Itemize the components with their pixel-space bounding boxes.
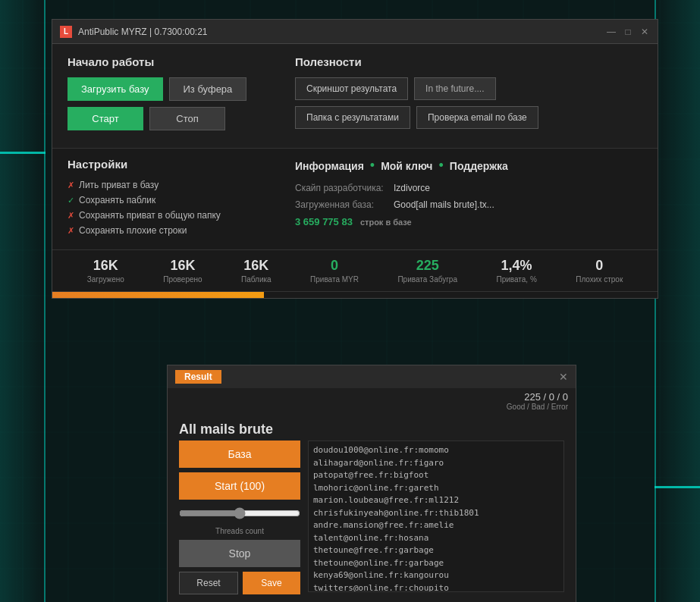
counter-label: Загружено [87,275,124,284]
counter-label: Плохих строк [576,275,623,284]
info-header: Информация • Мой ключ • Поддержка [295,158,642,174]
info-title: Информация [295,160,364,172]
log-entry: patopat@free.fr:bigfoot [313,469,559,482]
buffer-button[interactable]: Из буфера [169,77,247,101]
small-btns: Reset Save [179,572,300,594]
result-counts: 225 / 0 / 0 [168,388,576,403]
check-icon-2: ✓ [67,196,74,205]
folder-button[interactable]: Папка с результатами [295,106,410,129]
reset-button[interactable]: Reset [179,572,238,594]
minimize-button[interactable]: — [606,27,617,37]
x-icon-1: ✗ [67,180,74,190]
main-window: L AntiPublic MYRZ | 0.7300:00:21 — □ ✕ Н… [52,19,658,299]
deco-right [654,0,700,602]
log-entry: doudou1000@online.fr:momomo [313,444,559,457]
utilities-row2: Папка с результатами Проверка email по б… [295,106,642,129]
titlebar: L AntiPublic MYRZ | 0.7300:00:21 — □ ✕ [52,20,658,44]
counter-label: Проверено [163,275,202,284]
start-button[interactable]: Старт [67,107,143,130]
setting-item-2: ✓ Сохранять паблик [67,195,265,205]
utilities-title: Полезности [295,55,642,68]
info-dot-1: • [370,158,375,174]
bottom-tool-panel: Result ✕ 225 / 0 / 0 Good / Bad / Error … [167,365,576,602]
setting-label-2: Сохранять паблик [79,195,155,205]
counter-item: 1,4%Привата, % [496,258,536,284]
top-panel: Начало работы Загрузить базу Из буфера С… [52,44,658,149]
threads-label: Threads count [179,527,300,535]
log-entry: lmohoric@online.fr:gareth [313,482,559,495]
start-section-title: Начало работы [67,55,265,68]
save-button[interactable]: Save [243,572,300,594]
stats-label: строк в базе [360,218,412,227]
check-email-button[interactable]: Проверка email по базе [416,106,538,129]
log-entry: chrisfukinyeah@online.fr:thib1801 [313,507,559,520]
setting-item-4: ✗ Сохранять плохие строки [67,225,265,236]
log-entry: twitters@online.fr:choupito [313,582,559,593]
utilities-section: Полезности Скриншот результата In the fu… [295,55,642,136]
log-entry: andre.mansion@free.fr:amelie [313,519,559,532]
settings-left: Настройки ✗ Лить приват в базу ✓ Сохраня… [67,158,265,240]
stats-row: 3 659 775 83 строк в базе [295,216,642,227]
brute-title: All mails brute [168,415,576,441]
settings-section: Настройки ✗ Лить приват в базу ✓ Сохраня… [52,149,658,250]
utilities-row1: Скриншот результата In the future.... [295,77,642,100]
counter-value: 1,4% [501,258,532,274]
support-title: Поддержка [450,160,508,172]
result-close-button[interactable]: ✕ [559,371,568,383]
maximize-button[interactable]: □ [623,27,633,37]
stop-button[interactable]: Стоп [149,107,225,130]
setting-item-3: ✗ Сохранять приват в общую папку [67,210,265,221]
counter-value: 0 [331,258,338,274]
my-key-title: Мой ключ [381,160,432,172]
result-sub: Good / Bad / Error [168,403,576,415]
log-entry: talent@online.fr:hosana [313,532,559,545]
x-icon-4: ✗ [67,226,74,236]
close-button[interactable]: ✕ [639,27,650,37]
db-label: Загруженная база: [295,199,386,210]
titlebar-left: L AntiPublic MYRZ | 0.7300:00:21 [60,26,208,38]
brute-controls: База Start (100) Threads count Stop Rese… [179,441,300,594]
stats-number: 3 659 775 83 [295,216,353,227]
counter-value: 16K [243,258,268,274]
log-entry: thetoune@online.fr:garbage [313,557,559,570]
skype-value: Izdivorce [394,183,430,193]
counter-label: Привата, % [496,275,536,284]
result-header: Result ✕ [168,365,576,388]
deco-bottom-line [654,486,700,488]
brute-stop-button[interactable]: Stop [179,540,300,567]
titlebar-controls: — □ ✕ [606,27,650,37]
log-entry: marion.loubeau@free.fr:ml1212 [313,494,559,507]
brute-log: doudou1000@online.fr:momomoalihagard@onl… [308,441,564,592]
counter-item: 0Привата MYR [310,258,359,284]
progress-bar-container [52,292,658,298]
load-base-button[interactable]: Загрузить базу [67,77,163,101]
db-row: Загруженная база: Good[all mails brute].… [295,199,642,210]
screenshot-button[interactable]: Скриншот результата [295,77,408,100]
start-section: Начало работы Загрузить базу Из буфера С… [67,55,265,136]
counter-item: 16KПроверено [163,258,202,284]
future-button[interactable]: In the future.... [414,77,495,100]
counter-value: 0 [595,258,603,274]
brute-content: База Start (100) Threads count Stop Rese… [168,441,576,602]
counter-label: Паблика [241,275,272,284]
deco-top-line [0,152,46,154]
setting-item-1: ✗ Лить приват в базу [67,180,265,190]
skype-row: Скайп разработчика: Izdivorce [295,183,642,193]
titlebar-title: AntiPublic MYRZ | 0.7300:00:21 [78,27,208,37]
counter-label: Привата Забугра [397,275,457,284]
brute-start-button[interactable]: Start (100) [179,472,300,500]
counter-value: 16K [93,258,118,274]
setting-label-4: Сохранять плохие строки [79,225,187,236]
counter-item: 16KЗагружено [87,258,124,284]
counter-value: 16K [170,258,195,274]
counter-label: Привата MYR [310,275,359,284]
deco-left [0,0,46,602]
db-value: Good[all mails brute].tx... [394,199,494,210]
progress-bar-fill [52,292,264,298]
base-button[interactable]: База [179,441,300,468]
log-entry: thetoune@free.fr:garbage [313,544,559,557]
load-row: Загрузить базу Из буфера [67,77,265,101]
counter-value: 225 [416,258,439,274]
threads-slider[interactable] [179,507,300,519]
counter-item: 0Плохих строк [576,258,623,284]
